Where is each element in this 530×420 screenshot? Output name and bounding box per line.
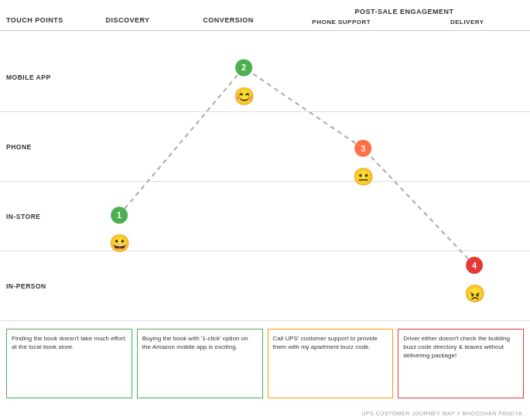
- row-label: PHONE: [6, 143, 32, 151]
- touch-row-mobile-app: MOBILE APP: [0, 43, 530, 112]
- conversion-header: CONVERSION: [203, 16, 254, 24]
- discovery-header: DISCOVERY: [105, 16, 149, 24]
- touch-row-in-person: IN-PERSON: [0, 251, 530, 321]
- row-label: MOBILE APP: [6, 73, 51, 81]
- cards-row: Finding the book doesn't take much effor…: [0, 329, 530, 398]
- touchpoints-header: TOUCH POINTS: [6, 16, 63, 24]
- delivery-header: DELIVERY: [405, 19, 531, 26]
- footer: UPS CUSTOMER JOURNEY MAP // BHOOSHAN PAN…: [361, 411, 522, 416]
- row-label: IN-STORE: [6, 213, 40, 220]
- card-1: Finding the book doesn't take much effor…: [6, 329, 132, 398]
- card-2: Buying the book with '1-click' option on…: [137, 329, 263, 398]
- header-row: TOUCH POINTS DISCOVERY CONVERSION POST-S…: [0, 0, 530, 31]
- post-sale-header: POST-SALE ENGAGEMENT PHONE SUPPORT DELIV…: [279, 8, 530, 26]
- post-sale-title: POST-SALE ENGAGEMENT: [354, 8, 453, 15]
- card-3: Call UPS' customer support to provide th…: [268, 329, 394, 398]
- rows-area: MOBILE APPPHONEIN-STOREIN-PERSON: [0, 43, 530, 319]
- card-4: Driver either doesn't check the building…: [398, 329, 524, 398]
- touch-row-in-store: IN-STORE: [0, 182, 530, 251]
- touch-row-phone: PHONE: [0, 112, 530, 182]
- row-label: IN-PERSON: [6, 282, 46, 290]
- phone-support-header: PHONE SUPPORT: [279, 19, 405, 26]
- chart-container: TOUCH POINTS DISCOVERY CONVERSION POST-S…: [0, 0, 530, 420]
